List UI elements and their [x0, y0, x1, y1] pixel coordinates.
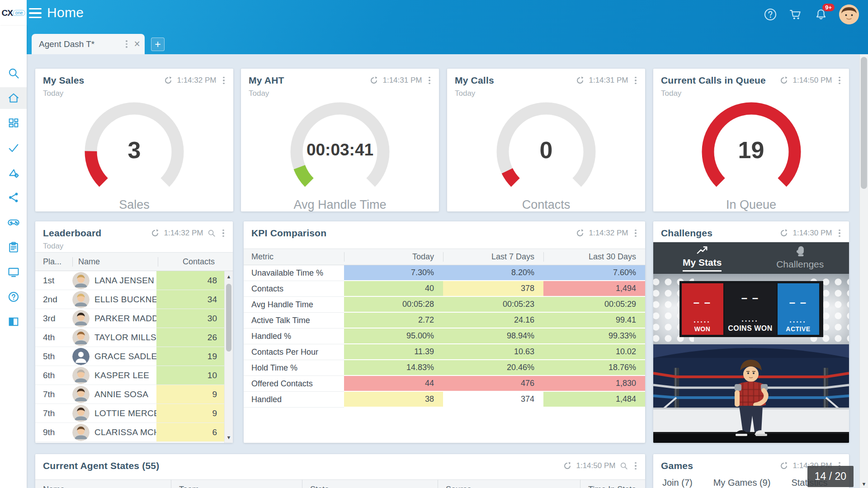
- card-timestamp: 1:14:30 PM: [793, 229, 832, 238]
- card-title: Current Calls in Queue: [661, 75, 780, 86]
- challenges-tab-my-stats[interactable]: My Stats: [653, 242, 751, 274]
- scroll-down-icon[interactable]: ▼: [225, 435, 233, 440]
- leaderboard-agent: KASPER LEE: [72, 366, 156, 385]
- kebab-menu-icon[interactable]: [632, 461, 639, 471]
- refresh-icon[interactable]: [164, 76, 172, 84]
- leaderboard-row[interactable]: 6thKASPER LEE10: [35, 366, 224, 385]
- games-tab-join-7[interactable]: Join (7): [662, 478, 693, 488]
- kpi-metric: Contacts: [244, 281, 344, 297]
- leaderboard-row[interactable]: 3rdPARKER MADD30: [35, 309, 224, 328]
- gauge-value: 19: [690, 136, 812, 164]
- refresh-icon[interactable]: [151, 229, 159, 237]
- leaderboard-place: 4th: [35, 328, 72, 347]
- sidebar-item-check[interactable]: [0, 137, 27, 159]
- notifications-bell-icon[interactable]: 9+: [814, 7, 828, 22]
- sidebar-item-clipboard[interactable]: [0, 236, 27, 258]
- scroll-down-icon[interactable]: ▼: [860, 481, 868, 487]
- leaderboard-row[interactable]: 2ndELLIS BUCKNE34: [35, 290, 224, 309]
- leaderboard-row[interactable]: 1stLANA JENSEN48: [35, 271, 224, 290]
- kebab-menu-icon[interactable]: [836, 75, 843, 86]
- kebab-menu-icon[interactable]: [221, 75, 227, 86]
- leaderboard-row[interactable]: 7thLOTTIE MERCE9: [35, 404, 224, 423]
- refresh-icon[interactable]: [563, 462, 571, 470]
- kebab-menu-icon[interactable]: [220, 228, 226, 239]
- scroll-up-icon[interactable]: ▲: [225, 274, 233, 279]
- kebab-menu-icon[interactable]: [632, 228, 639, 239]
- column-header-state[interactable]: State: [302, 480, 438, 488]
- agent-name: CLARISSA MCH: [94, 427, 156, 437]
- sidebar-item-search[interactable]: [0, 62, 27, 84]
- refresh-icon[interactable]: [780, 229, 788, 237]
- leaderboard-row[interactable]: 7thANNIE SOSA9: [35, 385, 224, 404]
- refresh-icon[interactable]: [576, 76, 584, 84]
- refresh-icon[interactable]: [780, 76, 788, 84]
- leaderboard-row[interactable]: 5thGRACE SADLE19: [35, 347, 224, 366]
- boxing-ring-illustration: [653, 344, 849, 443]
- kpi-value: 2.72: [344, 313, 443, 328]
- cart-icon[interactable]: [788, 7, 803, 22]
- user-avatar[interactable]: [839, 5, 859, 24]
- scrollbar-thumb[interactable]: [861, 57, 867, 189]
- leaderboard-contacts: 10: [156, 366, 224, 385]
- kpi-metric: Handled: [244, 392, 344, 408]
- kebab-menu-icon[interactable]: [836, 228, 843, 239]
- metrics-icon: [7, 166, 20, 179]
- card-my-sales: My Sales 1:14:32 PM Today 3 Sales: [35, 69, 233, 211]
- kpi-row: Active Talk Time2.7224.1699.41: [244, 313, 645, 328]
- sidebar-item-games[interactable]: [0, 211, 27, 233]
- kpi-value: 7.60%: [543, 265, 645, 281]
- scrollbar-thumb[interactable]: [226, 284, 231, 352]
- kpi-value: 40: [344, 281, 443, 297]
- sidebar-item-share[interactable]: [0, 187, 27, 208]
- search-icon[interactable]: [620, 462, 628, 470]
- column-header-name[interactable]: Name: [72, 257, 158, 267]
- kpi-row: Avg Handle Time00:05:2800:05:2300:05:29: [244, 297, 645, 313]
- leaderboard-place: 2nd: [35, 290, 72, 309]
- column-header-team[interactable]: Team: [171, 480, 302, 488]
- sidebar-item-help[interactable]: [0, 286, 27, 308]
- sidebar-item-dashboard[interactable]: [0, 112, 27, 134]
- column-header-source[interactable]: Source: [438, 480, 580, 488]
- kebab-menu-icon[interactable]: [426, 75, 433, 86]
- leaderboard-contacts: 30: [156, 309, 224, 328]
- column-header-name[interactable]: Name: [35, 480, 171, 488]
- page-scrollbar[interactable]: ▼: [859, 54, 868, 488]
- leaderboard-scrollbar[interactable]: ▲ ▼: [224, 271, 233, 443]
- kpi-value: 00:05:28: [344, 297, 443, 313]
- tab-close-icon[interactable]: ×: [134, 39, 140, 49]
- sidebar-item-panel[interactable]: [0, 311, 27, 333]
- kpi-metric: Hold Time %: [244, 360, 344, 376]
- hamburger-menu-icon[interactable]: [29, 8, 42, 18]
- column-header-metric[interactable]: Metric: [244, 252, 344, 262]
- card-challenges: Challenges 1:14:30 PM My StatsChallenges…: [653, 221, 849, 443]
- sidebar-item-home[interactable]: [0, 87, 27, 109]
- column-header-contacts[interactable]: Contacts: [158, 257, 233, 267]
- column-header-time-in-state[interactable]: Time In State: [580, 480, 645, 488]
- agent-name: LOTTIE MERCE: [94, 408, 156, 418]
- leaderboard-contacts: 48: [156, 271, 224, 290]
- column-header-last7[interactable]: Last 7 Days: [443, 252, 543, 262]
- agent-name: KASPER LEE: [94, 371, 149, 380]
- kebab-menu-icon[interactable]: [632, 75, 639, 86]
- column-header-today[interactable]: Today: [344, 252, 443, 262]
- sidebar-item-monitor[interactable]: [0, 261, 27, 283]
- challenges-tab-challenges[interactable]: Challenges: [751, 242, 849, 274]
- column-header-place[interactable]: Pla...: [35, 257, 72, 267]
- refresh-icon[interactable]: [370, 76, 378, 84]
- leaderboard-row[interactable]: 9thCLARISSA MCH6: [35, 423, 224, 442]
- card-title: My Calls: [455, 75, 576, 86]
- games-tab-my-games-9[interactable]: My Games (9): [713, 478, 771, 488]
- refresh-icon[interactable]: [576, 229, 584, 237]
- help-icon[interactable]: [763, 7, 778, 22]
- tab-agent-dash[interactable]: Agent Dash T* ×: [32, 34, 145, 54]
- add-tab-button[interactable]: +: [151, 38, 165, 51]
- leaderboard-row[interactable]: 4thTAYLOR MILLS26: [35, 328, 224, 347]
- card-title: Current Agent States (55): [43, 460, 563, 471]
- boxing-glove-icon: [793, 246, 807, 258]
- avatar: [72, 424, 90, 441]
- tab-options-icon[interactable]: [123, 39, 130, 49]
- search-icon[interactable]: [208, 229, 216, 237]
- sidebar-item-metrics[interactable]: [0, 162, 27, 183]
- column-header-last30[interactable]: Last 30 Days: [543, 252, 645, 262]
- refresh-icon[interactable]: [780, 462, 788, 470]
